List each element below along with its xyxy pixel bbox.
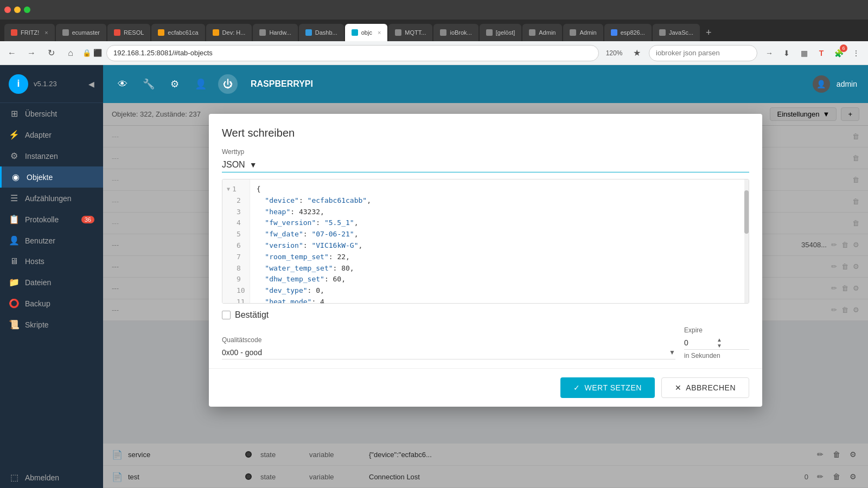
tab-mqtt[interactable]: MQTT... (388, 24, 432, 41)
expire-label: Expire (684, 326, 749, 334)
sidebar-logo: i v5.1.23 ◀ (0, 65, 103, 103)
qualitaetscode-field: Qualitätscode 0x00 - good ▼ (222, 336, 675, 359)
line-num-7: 7 (222, 252, 250, 263)
spinner-down-icon[interactable]: ▼ (717, 343, 722, 349)
new-tab-button[interactable]: + (701, 25, 716, 40)
visibility-icon[interactable]: 👁 (114, 75, 131, 93)
tab-iobroker[interactable]: ioBrok... (433, 24, 478, 41)
wert-setzen-label: WERT SETZEN (585, 383, 642, 392)
sidebar-item-hosts-label: Hosts (25, 257, 44, 266)
line-num-10: 10 (222, 285, 250, 297)
user-avatar: 👤 (813, 75, 830, 93)
sidebar-item-objekte[interactable]: ◉ Objekte (0, 166, 103, 188)
expire-spinner[interactable]: ▲ ▼ (717, 337, 722, 349)
werttyp-value: JSON (222, 160, 245, 170)
extensions-button[interactable]: → (762, 46, 777, 61)
extensions2-button[interactable]: 🧩 6 (831, 46, 846, 61)
tab-dashb[interactable]: Dashb... (299, 24, 344, 41)
settings-button[interactable]: ⋮ (848, 46, 864, 61)
tab-javas[interactable]: JavaSc... (653, 24, 700, 41)
settings-nav-icon[interactable]: 🔧 (140, 75, 157, 93)
sidebar-item-abmelden-label: Abmelden (25, 473, 59, 482)
sidebar-button[interactable]: ▦ (796, 46, 812, 61)
sidebar-item-hosts[interactable]: 🖥 Hosts (0, 251, 103, 272)
code-content[interactable]: { "device": "ecfabc61cabb", "heap": 4323… (250, 179, 744, 303)
sidebar-item-adapter[interactable]: ⚡ Adapter (0, 124, 103, 145)
tab-admin1[interactable]: Admin (522, 24, 562, 41)
tab-admin2[interactable]: Admin (563, 24, 603, 41)
address-text: 192.168.1.25:8081/#tab-objects (113, 49, 213, 57)
sidebar-item-backup-label: Backup (25, 299, 50, 308)
tab-devh[interactable]: Dev: H... (206, 24, 252, 41)
sidebar-item-backup[interactable]: ⭕ Backup (0, 293, 103, 314)
abmelden-icon: ⬚ (9, 472, 20, 483)
expire-field: Expire 0 ▲ ▼ in Sekunden (684, 326, 749, 359)
qualitaetscode-arrow-icon[interactable]: ▼ (669, 349, 675, 356)
tab-esp[interactable]: esp826... (604, 24, 652, 41)
browser-actions: → ⬇ ▦ T 🧩 6 ⋮ (762, 46, 864, 61)
sidebar-item-skripte-label: Skripte (25, 320, 49, 329)
werttyp-select[interactable]: JSON ▼ (222, 158, 749, 172)
spinner-up-icon[interactable]: ▲ (717, 337, 722, 343)
instanzen-icon: ⚙ (9, 151, 20, 161)
search-input[interactable] (649, 45, 757, 61)
tab-gelost[interactable]: [gelöst] (480, 24, 521, 41)
objekte-icon: ◉ (10, 172, 21, 182)
forward-button[interactable]: → (24, 46, 39, 61)
sidebar-item-abmelden[interactable]: ⬚ Abmelden (0, 467, 103, 488)
sidebar-item-ubersicht[interactable]: ⊞ Übersicht (0, 103, 103, 124)
wert-setzen-button[interactable]: ✓ WERT SETZEN (560, 377, 655, 398)
power-icon[interactable]: ⏻ (218, 74, 238, 94)
code-scrollbar[interactable] (744, 179, 749, 303)
bestaetigt-checkbox[interactable] (222, 311, 231, 319)
code-line-10: "dev_type": 0, (257, 285, 738, 297)
downloads-button[interactable]: ⬇ (779, 46, 794, 61)
line-num-6: 6 (222, 240, 250, 252)
profile-button[interactable]: T (814, 46, 829, 61)
tab-resol[interactable]: RESOL (107, 24, 150, 41)
code-line-2: "device": "ecfabc61cabb", (257, 195, 738, 207)
in-sekunden-label: in Sekunden (684, 352, 749, 359)
protokolle-icon: 📋 (9, 214, 20, 224)
sidebar-item-instanzen-label: Instanzen (25, 152, 58, 160)
sidebar-item-skripte[interactable]: 📜 Skripte (0, 314, 103, 335)
tab-ecumaster[interactable]: ecumaster (56, 24, 106, 41)
abbrechen-button[interactable]: ✕ ABBRECHEN (661, 377, 749, 398)
sidebar-item-protokolle[interactable]: 📋 Protokolle 36 (0, 209, 103, 230)
collapse-icon-1[interactable]: ▼ (227, 185, 230, 194)
sidebar-item-dateien[interactable]: 📁 Dateien (0, 272, 103, 293)
code-line-3: "heap": 43232, (257, 207, 738, 218)
sidebar-item-aufzahlungen-label: Aufzählungen (25, 194, 72, 203)
sidebar-item-benutzer[interactable]: 👤 Benutzer (0, 230, 103, 251)
expire-value[interactable]: 0 (684, 336, 717, 349)
sidebar-item-instanzen[interactable]: ⚙ Instanzen (0, 145, 103, 166)
qualitaetscode-input-row[interactable]: 0x00 - good ▼ (222, 346, 675, 359)
line-num-1: ▼ 1 (222, 184, 250, 195)
back-button[interactable]: ← (4, 46, 20, 61)
tab-ecfabc[interactable]: ecfabc61ca (151, 24, 205, 41)
logo-icon: i (9, 74, 28, 94)
main-content: Objekte: 322, Zustände: 237 Einstellunge… (103, 103, 868, 488)
zoom-level: 120% (603, 49, 625, 57)
bestaetigt-row: Bestätigt (222, 310, 749, 320)
tab-fritz[interactable]: FRITZ! × (4, 24, 55, 41)
user-nav-icon[interactable]: 👤 (192, 75, 209, 93)
bookmark-button[interactable]: ★ (629, 46, 644, 61)
benutzer-icon: 👤 (9, 235, 20, 246)
gear-icon[interactable]: ⚙ (166, 75, 183, 93)
top-nav-title: RASPBERRYPI (251, 79, 313, 89)
line-num-5: 5 (222, 229, 250, 240)
sidebar-collapse-button[interactable]: ◀ (88, 80, 94, 88)
modal-overlay: Wert schreiben Werttyp JSON ▼ ▼ (103, 103, 868, 488)
bestaetigt-label: Bestätigt (235, 310, 269, 320)
write-value-modal: Wert schreiben Werttyp JSON ▼ ▼ (209, 114, 762, 407)
reload-button[interactable]: ↻ (43, 46, 59, 61)
sidebar-item-protokolle-label: Protokolle (25, 215, 59, 224)
sidebar-item-aufzahlungen[interactable]: ☰ Aufzählungen (0, 188, 103, 209)
tab-objc[interactable]: objc × (345, 24, 388, 41)
tab-hardw[interactable]: Hardw... (253, 24, 297, 41)
address-bar[interactable]: 192.168.1.25:8081/#tab-objects (106, 45, 599, 61)
home-button[interactable]: ⌂ (63, 46, 78, 61)
code-editor[interactable]: ▼ 1 2 3 4 5 6 7 8 9 1 (222, 179, 749, 304)
code-line-1: { (257, 184, 738, 195)
